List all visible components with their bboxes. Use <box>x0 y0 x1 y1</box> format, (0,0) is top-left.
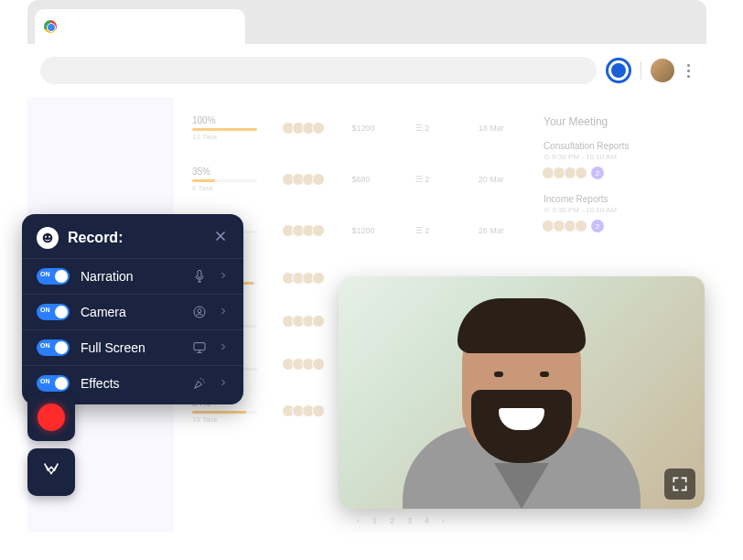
svg-point-7 <box>200 378 201 379</box>
kebab-menu-icon[interactable] <box>684 60 694 81</box>
chrome-icon <box>44 20 57 33</box>
record-title: Record: <box>68 230 203 246</box>
toggle-switch[interactable]: ON <box>37 268 70 285</box>
app-logo-icon <box>37 227 59 249</box>
svg-point-4 <box>198 309 201 313</box>
record-header: Record: <box>22 214 243 258</box>
toggle-switch[interactable]: ON <box>37 375 70 392</box>
toggle-switch[interactable]: ON <box>37 339 70 356</box>
page-link[interactable]: 2 <box>390 516 394 525</box>
person-illustration <box>393 298 650 509</box>
pagination[interactable]: ‹1234› <box>357 516 445 525</box>
divider <box>641 61 641 80</box>
record-button[interactable] <box>27 393 75 441</box>
person-circle-icon <box>192 305 207 319</box>
svg-point-1 <box>45 236 47 238</box>
browser-tab-strip <box>27 0 706 44</box>
chevron-right-icon <box>218 339 229 356</box>
meeting-item: Consultation Reports⊙ 9:30 PM - 10:10 AM… <box>544 141 695 179</box>
record-row-narration[interactable]: ONNarration <box>22 258 243 294</box>
confetti-icon <box>192 376 207 391</box>
camera-preview <box>339 276 705 509</box>
meeting-panel: Your Meeting Consultation Reports⊙ 9:30 … <box>533 115 706 247</box>
record-row-full-screen[interactable]: ONFull Screen <box>22 329 243 365</box>
close-icon[interactable] <box>212 228 229 248</box>
chevron-right-icon <box>218 268 229 285</box>
page-link[interactable]: › <box>442 516 445 525</box>
svg-point-6 <box>202 379 203 380</box>
browser-toolbar <box>27 44 706 97</box>
record-row-camera[interactable]: ONCamera <box>22 294 243 329</box>
tool-button[interactable] <box>27 448 75 496</box>
meeting-item: Income Reports⊙ 9:30 PM - 10:10 AM2 <box>544 194 695 232</box>
page-link[interactable]: 1 <box>372 516 377 525</box>
chevron-right-icon <box>218 375 229 392</box>
row-label: Narration <box>81 269 181 284</box>
meeting-panel-title: Your Meeting <box>544 115 695 128</box>
svg-point-2 <box>48 236 50 238</box>
url-bar[interactable] <box>40 57 597 84</box>
toggle-switch[interactable]: ON <box>37 304 70 320</box>
page-link[interactable]: 4 <box>425 516 429 525</box>
mic-icon <box>192 269 207 284</box>
expand-icon <box>671 475 689 493</box>
fox-icon <box>41 460 61 484</box>
control-buttons <box>27 393 75 503</box>
profile-avatar[interactable] <box>651 59 674 82</box>
browser-tab[interactable] <box>35 9 245 44</box>
record-circle-icon <box>38 404 65 431</box>
expand-button[interactable] <box>664 468 695 500</box>
svg-rect-5 <box>194 343 205 350</box>
row-label: Full Screen <box>81 340 181 355</box>
extension-badge[interactable] <box>606 58 631 83</box>
row-label: Camera <box>81 305 181 319</box>
svg-point-0 <box>43 233 53 243</box>
row-label: Effects <box>81 376 181 391</box>
chevron-right-icon <box>218 304 229 320</box>
svg-point-8 <box>204 382 205 382</box>
page-link[interactable]: 3 <box>407 516 412 525</box>
page-link[interactable]: ‹ <box>357 516 360 525</box>
monitor-icon <box>192 340 207 355</box>
task-row: 100%12 Task$1200☰ 218 Mar <box>192 115 514 141</box>
record-panel: Record: ONNarrationONCameraONFull Screen… <box>22 214 243 404</box>
task-row: 35%6 Task$680☰ 220 Mar <box>192 167 514 192</box>
